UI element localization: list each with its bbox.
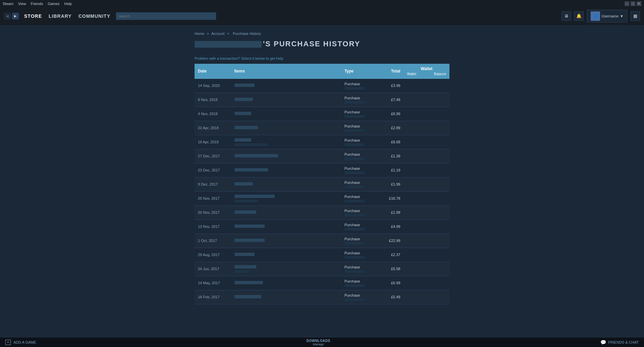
cell-wallet-change [404,121,426,135]
wallet-header-label: Wallet [407,66,446,72]
table-row[interactable]: 13 Nov, 2017Purchase£4.99 [195,219,449,234]
table-row[interactable]: 25 Nov, 2017Purchase£16.78 [195,191,449,205]
cell-items [231,205,341,219]
th-items: Items [231,64,341,79]
table-row[interactable]: 14 Sep, 2020Purchase£3.99 [195,79,449,93]
cell-total: £16.78 [380,191,404,205]
minimize-button[interactable]: ─ [625,1,629,6]
breadcrumb-sep1: > [207,32,210,36]
table-row[interactable]: 20 Nov, 2017Purchase£1.99 [195,205,449,219]
downloads-button[interactable]: DOWNLOADS Manage [306,339,330,346]
nav-icon-grid[interactable]: ▦ [631,11,640,21]
cell-type: Purchase [341,234,381,248]
table-row[interactable]: 14 May, 2017Purchase£6.99 [195,276,449,290]
nav-library[interactable]: LIBRARY [49,13,72,19]
title-bar: Steam View Friends Games Help ─ □ ✕ [0,0,644,7]
friends-chat-button[interactable]: 💬 FRIENDS & CHAT [600,340,639,345]
cell-wallet-balance [427,219,449,234]
th-wallet: Wallet Wallet Balance [404,64,449,79]
menu-view[interactable]: View [18,2,26,6]
cell-date: 9 Dec, 2017 [195,177,231,191]
table-row[interactable]: 19 Apr, 2018Purchase£6.68 [195,135,449,149]
back-icon: ◀ [6,14,9,18]
breadcrumb-sep2: > [227,32,230,36]
cell-items [231,93,341,107]
cell-type: Purchase [341,149,381,163]
cell-total: £6.99 [380,107,404,121]
table-row[interactable]: 22 Apr, 2018Purchase£2.89 [195,121,449,135]
table-row[interactable]: 9 Dec, 2017Purchase£1.99 [195,177,449,191]
table-row[interactable]: 8 Nov, 2018Purchase£7.49 [195,93,449,107]
cell-items [231,276,341,290]
back-arrow[interactable]: ◀ [4,13,11,19]
cell-wallet-balance [427,191,449,205]
table-row[interactable]: 18 Feb, 2017Purchase£5.49 [195,290,449,304]
th-wallet-change: Wallet [407,72,416,76]
cell-wallet-change [404,149,426,163]
cell-total: £1.99 [380,177,404,191]
cell-date: 24 Jun, 2017 [195,262,231,276]
help-text: Problem with a transaction? Select it be… [195,56,449,60]
cell-wallet-balance [427,135,449,149]
cell-wallet-balance [427,121,449,135]
table-row[interactable]: 4 Nov, 2018Purchase£6.99 [195,107,449,121]
add-game-button[interactable]: + ADD A GAME [5,340,36,345]
cell-items [231,290,341,304]
manage-label: Manage [306,343,330,346]
cell-type: Purchase [341,135,381,149]
table-row[interactable]: 24 Jun, 2017Purchase£5.58 [195,262,449,276]
cell-total: £6.68 [380,135,404,149]
cell-date: 14 May, 2017 [195,276,231,290]
cell-wallet-balance [427,93,449,107]
table-row[interactable]: 23 Dec, 2017Purchase£1.19 [195,163,449,177]
breadcrumb-home[interactable]: Home [195,32,204,36]
cell-type: Purchase [341,290,381,304]
nav-icon-notifications[interactable]: 🔔 [574,11,584,21]
user-account-button[interactable]: 👤 Username ▼ [587,10,627,22]
cell-total: £2.89 [380,121,404,135]
cell-date: 19 Apr, 2018 [195,135,231,149]
cell-wallet-change [404,177,426,191]
cell-wallet-balance [427,248,449,262]
username-redacted [195,41,262,48]
menu-games[interactable]: Games [48,2,59,6]
breadcrumb-account[interactable]: Account [211,32,225,36]
cell-wallet-balance [427,107,449,121]
breadcrumb-current: Purchase History [233,32,261,36]
close-button[interactable]: ✕ [637,1,641,6]
forward-icon: ▶ [14,14,17,18]
nav-search-input[interactable] [116,12,216,20]
content-wrapper: Home > Account > Purchase History 'S PUR… [195,32,449,304]
cell-type: Purchase [341,276,381,290]
table-row[interactable]: 27 Dec, 2017Purchase£1.39 [195,149,449,163]
cell-wallet-change [404,205,426,219]
table-row[interactable]: 1 Oct, 2017Purchase£22.99 [195,234,449,248]
add-game-label: ADD A GAME [13,340,36,344]
menu-friends[interactable]: Friends [31,2,43,6]
cell-wallet-balance [427,177,449,191]
cell-total: £6.99 [380,276,404,290]
nav-community[interactable]: COMMUNITY [78,13,110,19]
table-body: 14 Sep, 2020Purchase£3.998 Nov, 2018Purc… [195,79,449,304]
cell-date: 23 Dec, 2017 [195,163,231,177]
cell-total: £22.99 [380,234,404,248]
cell-type: Purchase [341,262,381,276]
nav-store[interactable]: STORE [24,13,42,19]
menu-steam[interactable]: Steam [3,2,13,6]
menu-help[interactable]: Help [64,2,72,6]
cell-wallet-balance [427,262,449,276]
cell-date: 25 Nov, 2017 [195,191,231,205]
forward-arrow[interactable]: ▶ [12,13,19,19]
friends-label: FRIENDS & CHAT [608,340,639,344]
cell-type: Purchase [341,248,381,262]
cell-type: Purchase [341,79,381,93]
th-total: Total [380,64,404,79]
table-row[interactable]: 29 Aug, 2017Purchase£2.37 [195,248,449,262]
cell-wallet-balance [427,163,449,177]
cell-items [231,79,341,93]
cell-date: 4 Nov, 2018 [195,107,231,121]
cell-type: Purchase [341,107,381,121]
cell-items [231,191,341,205]
nav-icon-monitor[interactable]: 🖥 [561,11,571,21]
maximize-button[interactable]: □ [631,1,635,6]
